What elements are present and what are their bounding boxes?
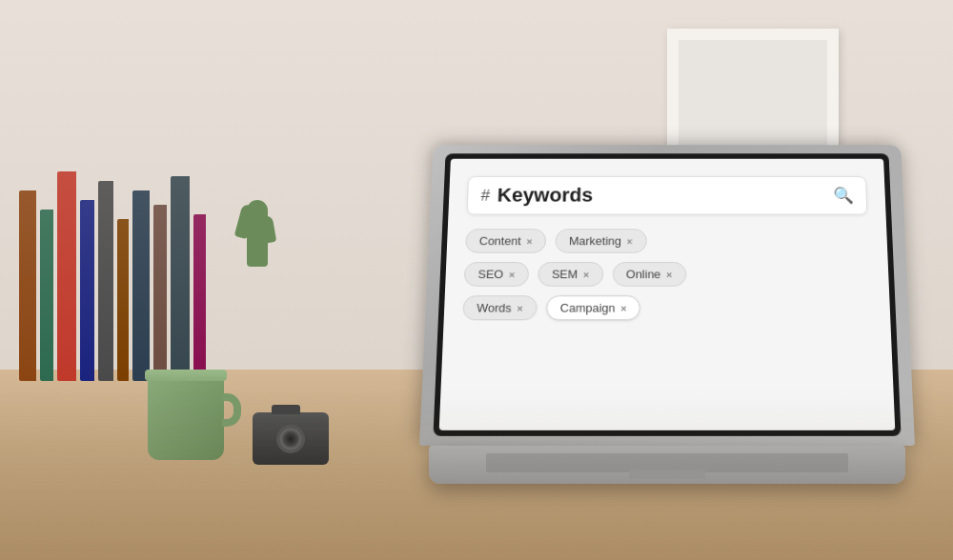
book xyxy=(117,219,129,381)
books-container xyxy=(0,114,206,381)
laptop-screen-wrapper: # Keywords 🔍 Content × xyxy=(419,131,915,446)
search-bar[interactable]: # Keywords 🔍 xyxy=(467,176,868,215)
laptop-base xyxy=(429,446,905,484)
tag-words[interactable]: Words × xyxy=(462,295,537,320)
tag-words-label: Words xyxy=(476,301,512,314)
tag-campaign[interactable]: Campaign × xyxy=(546,295,640,320)
tag-online-label: Online xyxy=(626,268,660,281)
tag-content-close[interactable]: × xyxy=(526,235,532,246)
laptop-touchpad xyxy=(629,470,705,479)
tags-row-1: SEO × SEM × Online × xyxy=(464,262,871,287)
laptop-lid: # Keywords 🔍 Content × xyxy=(419,145,915,446)
camera xyxy=(253,412,329,470)
tag-online[interactable]: Online × xyxy=(612,262,686,287)
book xyxy=(40,210,53,381)
book xyxy=(57,171,76,381)
mug-wrapper xyxy=(148,374,224,460)
hash-icon: # xyxy=(480,186,490,204)
laptop-screen-bezel: # Keywords 🔍 Content × xyxy=(433,153,901,436)
tags-area: Content × Marketing × SEO xyxy=(462,226,872,325)
tag-marketing-close[interactable]: × xyxy=(627,235,633,246)
search-icon[interactable]: 🔍 xyxy=(833,186,854,205)
tag-words-close[interactable]: × xyxy=(517,303,523,314)
tag-seo[interactable]: SEO × xyxy=(464,262,530,287)
book xyxy=(153,205,167,381)
tag-content[interactable]: Content × xyxy=(465,229,546,252)
tag-sem[interactable]: SEM × xyxy=(537,262,603,287)
laptop-screen: # Keywords 🔍 Content × xyxy=(439,159,896,430)
tag-campaign-close[interactable]: × xyxy=(620,303,626,314)
laptop: # Keywords 🔍 Content × xyxy=(419,131,915,484)
mug-rim xyxy=(145,370,227,381)
tag-sem-label: SEM xyxy=(552,268,578,281)
book xyxy=(132,190,150,381)
camera-lens xyxy=(276,425,305,453)
tag-marketing-label: Marketing xyxy=(569,234,621,248)
tag-campaign-label: Campaign xyxy=(560,301,616,314)
tag-sem-close[interactable]: × xyxy=(583,269,589,279)
camera-top xyxy=(272,405,300,414)
cactus xyxy=(238,171,276,267)
tag-marketing[interactable]: Marketing × xyxy=(555,229,646,252)
tag-seo-label: SEO xyxy=(477,268,503,281)
tag-seo-close[interactable]: × xyxy=(509,269,516,279)
camera-body xyxy=(253,412,329,465)
tags-row-0: Content × Marketing × xyxy=(465,229,869,252)
tag-content-label: Content xyxy=(479,234,521,248)
book xyxy=(80,200,94,381)
mug xyxy=(148,374,224,460)
cactus-body xyxy=(247,200,268,267)
book xyxy=(193,214,206,381)
keywords-title: Keywords xyxy=(497,184,826,207)
book xyxy=(19,190,36,381)
tag-online-close[interactable]: × xyxy=(666,269,672,279)
tags-row-2: Words × Campaign × xyxy=(462,295,872,320)
book xyxy=(171,176,190,381)
book xyxy=(98,181,113,381)
